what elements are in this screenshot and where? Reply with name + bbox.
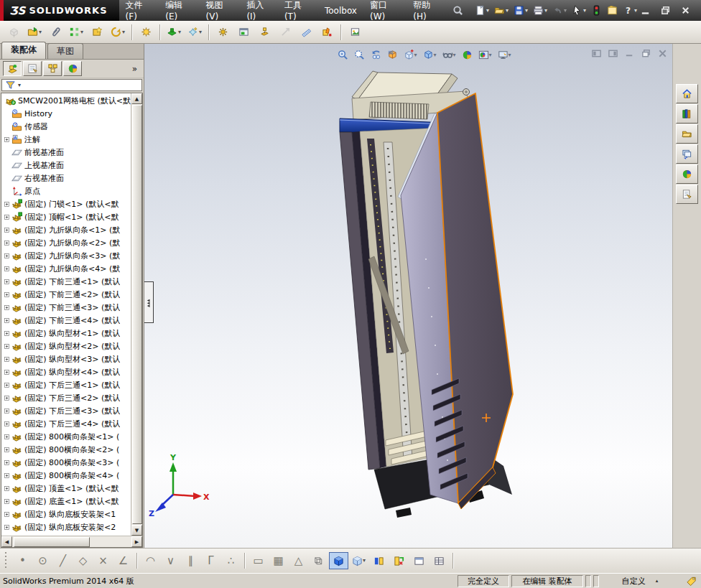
tree-item[interactable]: (固定) 顶盖<1> (默认<默: [1, 482, 131, 495]
expand-icon[interactable]: [3, 456, 11, 469]
tag-icon[interactable]: [686, 576, 697, 587]
property-manager[interactable]: [23, 61, 42, 76]
circle[interactable]: ⊙: [33, 552, 52, 569]
help[interactable]: ?: [621, 4, 639, 17]
expand-icon[interactable]: [3, 469, 11, 482]
reference-geometry[interactable]: [185, 23, 205, 42]
edit-appearance[interactable]: [460, 46, 474, 63]
graphics-viewport[interactable]: Y X Z: [144, 44, 672, 548]
viewport-restore[interactable]: [641, 48, 651, 59]
expand-icon[interactable]: [3, 288, 11, 301]
tree-item[interactable]: 前视基准面: [1, 146, 131, 159]
tree-filter-input[interactable]: ▾: [1, 79, 142, 91]
display-manager[interactable]: [63, 61, 82, 76]
feature-manager-tree[interactable]: [3, 61, 22, 76]
menu-tools[interactable]: 工具(T): [278, 0, 318, 21]
menu-help[interactable]: 帮助(H): [407, 0, 448, 21]
line[interactable]: ╱: [53, 552, 73, 569]
tree-item[interactable]: (固定) 九折纵向条<2> (默: [1, 236, 131, 249]
select[interactable]: [570, 4, 588, 17]
vertical-scroll-thumb[interactable]: [132, 105, 142, 524]
sketch-snaps[interactable]: ▭: [249, 552, 268, 569]
tree-item[interactable]: A 注解: [1, 133, 131, 146]
expand-icon[interactable]: [3, 262, 11, 275]
app-close[interactable]: [679, 4, 692, 17]
expand-icon[interactable]: [3, 495, 11, 508]
solidworks-resources[interactable]: [676, 84, 698, 103]
tree-vertical-scrollbar[interactable]: ▲ ▼: [131, 93, 142, 536]
expand-icon[interactable]: [3, 197, 11, 210]
explode-line-sketch[interactable]: [275, 23, 295, 42]
apply-scene[interactable]: [477, 46, 493, 63]
tree-item[interactable]: (固定) 九折纵向条<1> (默: [1, 223, 131, 236]
cabinet-model[interactable]: Y X Z: [144, 44, 672, 548]
tree-item[interactable]: (固定) 下后三通<4> (默认: [1, 417, 131, 430]
view-orientation[interactable]: [402, 46, 419, 63]
zoom-to-area[interactable]: [353, 46, 366, 63]
new-motion-study[interactable]: [213, 23, 233, 42]
new-document[interactable]: [473, 4, 491, 17]
expand-icon[interactable]: [3, 120, 11, 133]
take-snapshot[interactable]: [345, 23, 365, 42]
offset-entities[interactable]: ∥: [181, 552, 200, 569]
mate[interactable]: [45, 23, 65, 42]
expand-icon[interactable]: [3, 521, 11, 533]
tree-item[interactable]: (固定) 800横向条架<2> (: [1, 443, 131, 456]
open[interactable]: [493, 4, 510, 17]
pane-split-left[interactable]: [591, 48, 602, 59]
expand-icon[interactable]: [3, 314, 11, 327]
menu-insert[interactable]: 插入(I): [240, 0, 278, 21]
expand-icon[interactable]: [3, 404, 11, 417]
expand-icon[interactable]: [3, 275, 11, 288]
app-restore[interactable]: [659, 4, 672, 17]
file-explorer[interactable]: [676, 124, 698, 144]
appearances-scenes[interactable]: [676, 164, 698, 184]
point[interactable]: •: [13, 552, 32, 569]
assembly-features[interactable]: [164, 23, 184, 42]
scroll-right-icon[interactable]: ▶: [131, 536, 142, 547]
tree-horizontal-scrollbar[interactable]: ◀ ▶: [1, 536, 142, 547]
expand-icon[interactable]: [3, 223, 11, 236]
linear-component-pattern[interactable]: [66, 23, 86, 42]
bill-of-materials[interactable]: [233, 23, 254, 42]
zebra-stripes[interactable]: [389, 552, 409, 569]
tree-item[interactable]: (固定) 底盖<1> (默认<默: [1, 495, 131, 508]
tree-item[interactable]: (固定) 门锁<1> (默认<默: [1, 197, 131, 210]
expand-icon[interactable]: [3, 482, 11, 495]
display-style-bottom[interactable]: [349, 552, 368, 569]
section-view[interactable]: [386, 46, 399, 63]
viewport-minimize[interactable]: [624, 48, 635, 59]
tree-item[interactable]: (固定) 下前三通<4> (默认: [1, 314, 131, 327]
trim-entities[interactable]: ×: [93, 552, 113, 569]
menu-edit[interactable]: 编辑(E): [159, 0, 199, 21]
tree-item[interactable]: (固定) 九折纵向条<3> (默: [1, 249, 131, 262]
app-minimize[interactable]: [639, 4, 652, 17]
tree-item[interactable]: (固定) 纵向型材<3> (默认: [1, 353, 131, 365]
tree-item[interactable]: (固定) 下前三通<1> (默认: [1, 275, 131, 288]
view-palette[interactable]: [676, 144, 698, 164]
filter-icon[interactable]: [5, 80, 16, 90]
measure[interactable]: [296, 23, 316, 42]
expand-icon[interactable]: [3, 353, 11, 365]
toolbar-grip[interactable]: [4, 552, 9, 569]
move-component[interactable]: [108, 23, 128, 42]
menu-view[interactable]: 视图(V): [200, 0, 241, 21]
tree-item[interactable]: 原点: [1, 185, 131, 197]
expand-icon[interactable]: [3, 249, 11, 262]
insert-components[interactable]: [24, 23, 45, 42]
display-style[interactable]: [422, 46, 438, 63]
design-library[interactable]: [676, 104, 698, 123]
overflow-chevron[interactable]: »: [132, 64, 141, 74]
previous-view[interactable]: [369, 46, 383, 63]
tree-item[interactable]: (固定) 下前三通<3> (默认: [1, 301, 131, 314]
filter-dropdown-icon[interactable]: ▾: [18, 82, 21, 88]
wireframe-display[interactable]: [309, 552, 328, 569]
arc[interactable]: ◠: [141, 552, 160, 569]
pane-split-right[interactable]: [608, 48, 618, 59]
print[interactable]: [531, 4, 549, 17]
tree-item[interactable]: (固定) 下后三通<2> (默认: [1, 391, 131, 404]
options[interactable]: [590, 4, 603, 17]
undo[interactable]: [551, 4, 568, 17]
convert-entities[interactable]: ∨: [161, 552, 180, 569]
expand-icon[interactable]: [3, 210, 11, 223]
